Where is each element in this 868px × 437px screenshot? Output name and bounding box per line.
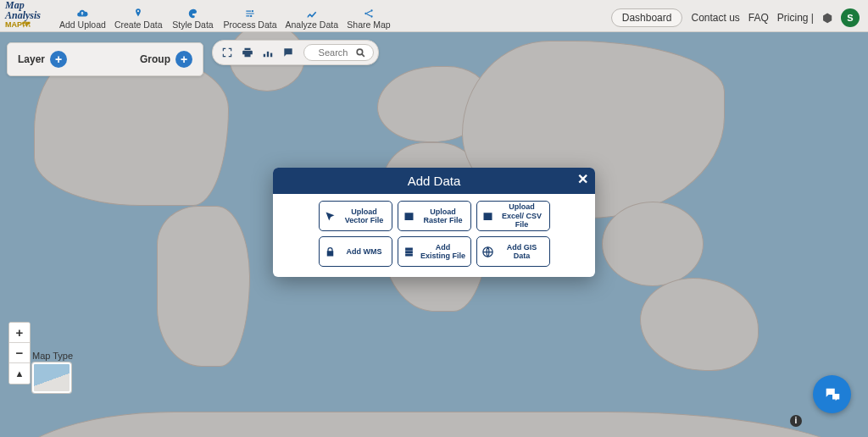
modal-body: Upload Vector File Upload Raster File Up… <box>273 194 595 277</box>
pin-icon <box>131 8 146 19</box>
contact-link[interactable]: Contact us <box>691 12 739 24</box>
add-existing-option[interactable]: Add Existing File <box>398 236 471 267</box>
print-icon <box>242 47 253 58</box>
tab-label: Analyze Data <box>286 19 338 30</box>
add-layer-button[interactable]: + <box>50 51 67 68</box>
brand-subtitle: MAP🗺 <box>5 20 54 29</box>
info-button[interactable]: i <box>790 415 802 427</box>
upload-vector-option[interactable]: Upload Vector File <box>319 201 392 231</box>
option-label: Add Existing File <box>420 243 466 261</box>
app-header: Map Analysis MAP🗺 Add Upload Create Data… <box>0 0 868 32</box>
table-icon <box>481 210 495 223</box>
map-type-thumb[interactable] <box>32 362 71 393</box>
svg-point-0 <box>252 10 253 12</box>
print-button[interactable] <box>237 43 258 62</box>
svg-rect-5 <box>264 54 265 58</box>
fullscreen-button[interactable] <box>217 43 237 62</box>
tab-share-map[interactable]: Share Map <box>347 8 391 30</box>
add-data-modal: Add Data ✕ Upload Vector File Upload Ras… <box>273 168 595 277</box>
option-label: Upload Raster File <box>420 207 466 225</box>
option-label: Add GIS Data <box>499 243 545 261</box>
svg-point-8 <box>357 49 363 54</box>
tab-label: Add Upload <box>59 19 106 30</box>
tab-style-data[interactable]: Style Data <box>171 8 215 30</box>
map-toolbar <box>212 40 379 65</box>
svg-point-2 <box>364 13 366 14</box>
tab-analyze-data[interactable]: Analyze Data <box>286 8 338 30</box>
layer-label: Layer <box>18 53 45 65</box>
modal-header: Add Data ✕ <box>273 168 595 194</box>
svg-rect-7 <box>270 53 272 58</box>
svg-rect-6 <box>267 52 269 57</box>
map-type-label: Map Type <box>32 351 73 361</box>
comment-button[interactable] <box>278 43 298 62</box>
comment-icon <box>282 47 294 58</box>
fullscreen-icon <box>221 47 233 58</box>
upload-raster-option[interactable]: Upload Raster File <box>398 201 471 231</box>
search-icon <box>355 47 366 58</box>
chart-icon <box>304 8 320 19</box>
add-gis-option[interactable]: Add GIS Data <box>476 236 550 267</box>
tab-create-data[interactable]: Create Data <box>114 8 163 30</box>
header-right: Dashboard Contact us FAQ Pricing | ⬢ S <box>611 8 868 31</box>
avatar[interactable]: S <box>841 8 860 27</box>
upload-excel-option[interactable]: Upload Excel/ CSV File <box>476 201 550 231</box>
lock-icon <box>324 246 337 258</box>
modal-title: Add Data <box>408 174 461 188</box>
faq-link[interactable]: FAQ <box>748 12 769 24</box>
drawer-icon <box>403 246 416 258</box>
zoom-out-button[interactable]: − <box>9 343 30 363</box>
share-icon <box>361 8 376 19</box>
header-tabs: Add Upload Create Data Style Data Proces… <box>59 8 391 31</box>
group-label: Group <box>140 53 170 65</box>
tab-process-data[interactable]: Process Data <box>224 8 277 30</box>
image-icon <box>403 210 416 223</box>
add-wms-option[interactable]: Add WMS <box>319 236 392 267</box>
sliders-icon <box>242 8 258 19</box>
zoom-controls: + − ▲ <box>8 322 31 384</box>
option-label: Add WMS <box>342 247 387 256</box>
measure-button[interactable] <box>258 43 278 62</box>
chat-icon <box>823 385 842 404</box>
layer-panel: Layer + Group + <box>7 42 203 76</box>
tab-label: Style Data <box>172 19 213 30</box>
add-group-button[interactable]: + <box>175 51 192 68</box>
tab-label: Process Data <box>224 19 277 30</box>
svg-point-1 <box>250 15 252 17</box>
option-label: Upload Excel/ CSV File <box>499 202 545 229</box>
compass-button[interactable]: ▲ <box>9 363 30 384</box>
chat-fab[interactable] <box>813 375 851 413</box>
cloud-upload-icon <box>75 8 90 19</box>
brand-title: Map Analysis <box>5 0 54 20</box>
zoom-in-button[interactable]: + <box>9 323 30 343</box>
map-type-panel: Map Type <box>32 351 73 393</box>
tab-label: Share Map <box>347 19 390 30</box>
tab-label: Create Data <box>114 19 163 30</box>
tab-add-upload[interactable]: Add Upload <box>59 8 106 30</box>
brand-logo: Map Analysis MAP🗺 <box>0 0 59 31</box>
measure-icon <box>262 47 274 58</box>
layer-side: Layer + <box>18 51 67 68</box>
search-input[interactable] <box>311 47 355 58</box>
globe-icon <box>481 246 495 258</box>
close-icon[interactable]: ✕ <box>577 173 588 186</box>
option-label: Upload Vector File <box>342 207 387 225</box>
palette-icon <box>186 8 201 19</box>
group-side: Group + <box>140 51 192 68</box>
pricing-link[interactable]: Pricing | <box>777 12 814 24</box>
vector-icon <box>324 210 337 223</box>
cube-icon[interactable]: ⬢ <box>822 11 832 25</box>
map-search[interactable] <box>303 44 374 61</box>
dashboard-button[interactable]: Dashboard <box>611 8 683 27</box>
